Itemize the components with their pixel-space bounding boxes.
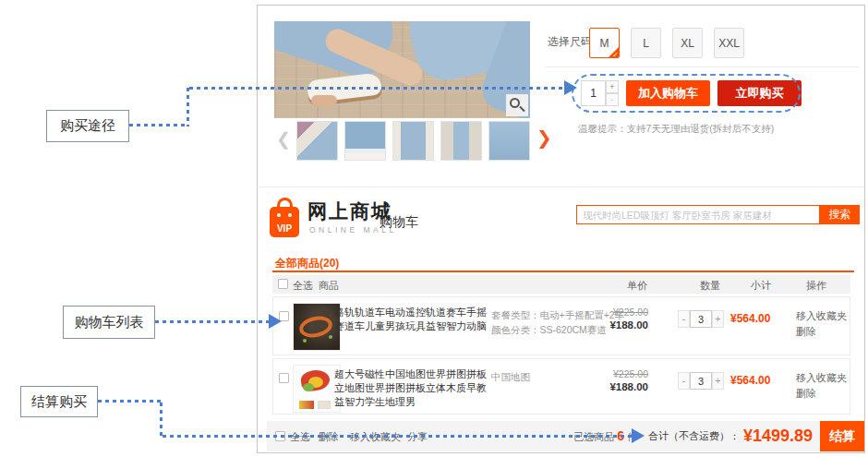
annotation-checkout: 结算购买 xyxy=(20,386,98,417)
total-amount: ¥1499.89 xyxy=(743,427,813,446)
quantity-value[interactable]: 3 xyxy=(690,372,712,390)
screenshot-root: 购买途径 购物车列表 结算购买 ❮ ❯ 选择尺码: xyxy=(0,0,868,457)
annotation-connector-line xyxy=(187,88,189,126)
row-actions: 移入收藏夹 删除 xyxy=(796,370,847,402)
quantity-stepper: - 3 + xyxy=(678,372,724,390)
annotation-label: 购物车列表 xyxy=(75,314,144,331)
original-price: ¥225.00 xyxy=(584,307,648,318)
return-policy-tip: 温馨提示：支持7天无理由退货(拆封后不支持) xyxy=(578,123,774,136)
row-actions: 移入收藏夹 删除 xyxy=(796,308,847,340)
prev-arrow-icon[interactable]: ❮ xyxy=(276,128,291,150)
table-row: 超大号磁性中国地图世界拼图拼板立地图世界拼图拼板立体木质早教益智力学生地理男 中… xyxy=(272,358,850,415)
annotation-highlight-frame xyxy=(572,74,801,113)
move-to-favorites-link[interactable]: 移入收藏夹 xyxy=(796,370,847,386)
column-subtotal: 小计 xyxy=(751,279,771,293)
column-quantity: 数量 xyxy=(700,279,720,293)
size-label: 选择尺码: xyxy=(548,34,595,50)
arrow-right-icon xyxy=(269,314,282,329)
size-option-label: L xyxy=(643,37,649,50)
arrow-right-icon xyxy=(632,428,645,443)
total-label: 合计（不含运费）： xyxy=(648,429,740,443)
quantity-increase-button[interactable]: + xyxy=(712,372,724,390)
annotation-connector-line xyxy=(129,124,188,126)
product-title[interactable]: 超大号磁性中国地图世界拼图拼板立地图世界拼图拼板立体木质早教益智力学生地理男 xyxy=(334,367,493,409)
thumbnail-4[interactable] xyxy=(440,121,482,161)
cart-bag-icon: VIP xyxy=(270,198,299,238)
thumbnail-5[interactable] xyxy=(488,121,530,161)
column-select-all: 全选 xyxy=(293,279,313,293)
quantity-decrease-button[interactable]: - xyxy=(678,372,690,390)
quantity-stepper: - 3 + xyxy=(678,310,724,328)
size-option-xl[interactable]: XL xyxy=(672,28,703,58)
tab-underline xyxy=(272,271,854,272)
next-arrow-icon[interactable]: ❯ xyxy=(536,126,552,149)
price-block: ¥225.00 ¥188.00 xyxy=(584,368,648,392)
delete-link[interactable]: 删除 xyxy=(796,386,847,402)
annotation-purchase-path: 购买途径 xyxy=(46,110,129,142)
current-price: ¥188.00 xyxy=(584,319,648,331)
annotation-connector-line xyxy=(189,87,565,90)
quantity-value[interactable]: 3 xyxy=(690,310,712,328)
annotation-label: 结算购买 xyxy=(31,393,87,411)
price-block: ¥225.00 ¥188.00 xyxy=(584,307,648,331)
search-input[interactable] xyxy=(576,205,820,224)
annotation-cart-list: 购物车列表 xyxy=(63,306,155,339)
divider xyxy=(546,66,860,67)
row-subtotal: ¥564.00 xyxy=(730,374,770,387)
annotation-connector-line xyxy=(160,403,163,436)
product-main-image[interactable] xyxy=(274,21,530,118)
checkout-button[interactable]: 结算 xyxy=(820,421,864,451)
search-button[interactable]: 搜索 xyxy=(820,205,860,224)
original-price: ¥225.00 xyxy=(584,368,648,379)
thumbnail-2[interactable] xyxy=(344,121,386,161)
size-option-m[interactable]: M ✓ xyxy=(589,28,620,58)
column-unit-price: 单价 xyxy=(627,279,647,293)
vip-badge: VIP xyxy=(270,223,299,234)
divider xyxy=(258,186,864,187)
select-all-checkbox[interactable] xyxy=(278,279,288,289)
row-subtotal: ¥564.00 xyxy=(730,312,770,325)
annotation-connector-line xyxy=(98,400,163,403)
annotation-connector-line xyxy=(155,320,270,323)
tab-all-items[interactable]: 全部商品(20) xyxy=(275,256,339,271)
annotation-label: 购买途径 xyxy=(60,117,115,135)
delete-link[interactable]: 删除 xyxy=(796,324,847,340)
row-checkbox[interactable] xyxy=(279,373,289,383)
current-price: ¥188.00 xyxy=(584,381,648,392)
page-title: 购物车 xyxy=(380,214,418,231)
size-option-label: XXL xyxy=(718,37,740,50)
thumbnail-3[interactable] xyxy=(392,121,434,161)
quantity-increase-button[interactable]: + xyxy=(712,310,724,328)
move-to-favorites-link[interactable]: 移入收藏夹 xyxy=(796,308,847,324)
quantity-decrease-button[interactable]: - xyxy=(678,310,690,328)
size-option-l[interactable]: L xyxy=(631,28,661,58)
column-actions: 操作 xyxy=(806,279,826,293)
table-header: 全选 商品 单价 数量 小计 操作 xyxy=(272,275,850,294)
arrow-right-icon xyxy=(564,80,577,95)
product-cart-panel: ❮ ❯ 选择尺码: M ✓ L XL XXL 1 + - 加入购物车 立即购买 … xyxy=(257,5,865,453)
size-option-xxl[interactable]: XXL xyxy=(714,28,744,58)
product-title[interactable]: 路轨轨道车电动遥控轨道赛车手摇赛道车儿童男孩玩具益智智力动脑 xyxy=(334,306,493,333)
thumbnail-1[interactable] xyxy=(296,121,338,161)
toes-shape xyxy=(311,95,337,106)
column-product: 商品 xyxy=(319,279,339,293)
magnifier-icon[interactable] xyxy=(506,94,528,116)
annotation-connector-line xyxy=(163,435,633,438)
table-row: 路轨轨道车电动遥控轨道赛车手摇赛道车儿童男孩玩具益智智力动脑 套餐类型：电动+手… xyxy=(272,296,850,355)
check-icon: ✓ xyxy=(612,51,619,58)
size-option-label: XL xyxy=(681,37,694,50)
